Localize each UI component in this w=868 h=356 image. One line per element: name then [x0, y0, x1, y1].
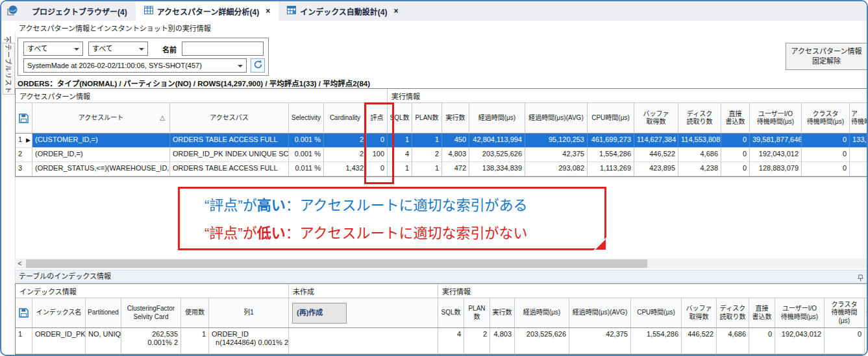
cell[interactable]: 1 — [412, 162, 442, 176]
column-header[interactable]: CPU時間(μs) — [588, 103, 634, 134]
column-header[interactable]: Selectivity — [289, 103, 324, 134]
cell[interactable] — [289, 328, 438, 354]
cell[interactable] — [850, 148, 868, 162]
cell[interactable]: 461,699,273 — [588, 134, 634, 148]
cell[interactable]: 0 — [802, 134, 850, 148]
cell[interactable]: 0 — [825, 328, 865, 354]
cell[interactable]: 0.001 % — [289, 134, 324, 148]
column-header[interactable]: アクセスパス — [170, 103, 289, 134]
row-number[interactable]: 2 — [16, 148, 32, 162]
cell[interactable]: 203,525,626 — [515, 328, 569, 354]
cell[interactable]: 446,522 — [634, 148, 678, 162]
cell[interactable]: 1,113,269 — [588, 162, 634, 176]
column-header[interactable]: ユーザーI/O 待機時間(μs) — [775, 298, 825, 328]
snapshot-dropdown[interactable]: SystemMade at 2026-02-02/11:00:06, SYS-S… — [23, 58, 247, 73]
cell[interactable]: 2 — [324, 134, 367, 148]
table-row[interactable]: 1▶(CUSTOMER_ID,=)ORDERS TABLE ACCESS FUL… — [16, 134, 868, 148]
cell[interactable]: 0 — [802, 148, 850, 162]
column-header[interactable]: 経過時間(μs)(AVG) — [569, 298, 631, 328]
cell[interactable]: (ORDER_STATUS,<=)(WAREHOUSE_ID,=) — [32, 162, 170, 176]
cell[interactable]: 1 — [388, 162, 412, 176]
scroll-left-icon[interactable]: < — [15, 259, 25, 268]
cell[interactable]: ORDER_ID n(14244864) 0.001% 2 — [209, 328, 289, 354]
column-header[interactable]: 待 — [865, 298, 868, 328]
cell[interactable]: 4,238 — [678, 162, 721, 176]
cell[interactable]: 450 — [442, 134, 469, 148]
cell[interactable]: 0 — [802, 162, 850, 176]
cell[interactable]: 1 — [412, 134, 442, 148]
filter-dropdown-1[interactable]: すべて — [23, 42, 83, 56]
table-row[interactable]: 2(ORDER_ID,=)ORDER_ID_PK INDEX UNIQUE SC… — [16, 148, 868, 162]
cell[interactable]: 42,804,113,994 — [469, 134, 525, 148]
name-input[interactable] — [182, 42, 264, 56]
fix-release-button[interactable]: アクセスパターン情報 固定解除 — [786, 43, 867, 70]
cell[interactable]: 1,432 — [324, 162, 367, 176]
cell[interactable]: 0.001 % — [289, 148, 324, 162]
cell[interactable]: 1,554,286 — [631, 328, 682, 354]
cell[interactable]: ORDERS TABLE ACCESS FULL — [170, 134, 289, 148]
cell[interactable]: (CUSTOMER_ID,=) — [32, 134, 170, 148]
cell[interactable]: 4,803 — [490, 328, 515, 354]
cell[interactable]: 0 — [749, 328, 775, 354]
row-number[interactable]: 1▶ — [16, 134, 32, 148]
cell[interactable]: NO, UNIQ — [86, 328, 121, 354]
cell[interactable]: 203,525,626 — [469, 148, 525, 162]
cell[interactable]: 1,554,286 — [588, 148, 634, 162]
refresh-button[interactable] — [251, 58, 265, 73]
column-header[interactable]: Partitioned — [86, 298, 121, 328]
column-header[interactable]: ディスク 読取り数 — [717, 298, 749, 328]
column-header[interactable]: アクセスルート△ — [32, 103, 170, 134]
sidebar-tab-table-list[interactable]: テーブルリスト — [3, 43, 15, 95]
column-header[interactable]: Cardinality — [324, 103, 367, 134]
cell[interactable]: ORDER_ID_PK — [32, 328, 86, 354]
column-header[interactable]: 経過時間(μs) — [515, 298, 569, 328]
cell[interactable]: 100 — [367, 148, 388, 162]
row-number[interactable]: 3 — [16, 162, 32, 176]
column-header[interactable]: 経過時間(μs) — [469, 103, 525, 134]
filter-dropdown-2[interactable]: すべて — [88, 42, 148, 56]
column-header[interactable]: インデックス名 — [32, 298, 86, 328]
cell[interactable] — [865, 328, 868, 354]
cell[interactable]: 192,043,012 — [750, 148, 802, 162]
cell[interactable]: 133, — [850, 134, 868, 148]
column-header[interactable]: クラスタ 待機時間(μs) — [802, 103, 850, 134]
cell[interactable]: 423,895 — [634, 162, 678, 176]
column-header[interactable]: バッファ 取得数 — [682, 298, 717, 328]
tab-access-pattern-analysis[interactable]: アクセスパターン詳細分析(4) × — [136, 1, 279, 21]
column-header[interactable]: クラスタ 待機時間(μs) — [825, 298, 865, 328]
cell[interactable]: 114,627,384 — [634, 134, 678, 148]
column-header[interactable]: SQL数 — [388, 103, 412, 134]
recreate-button[interactable]: (再)作成 — [292, 303, 347, 324]
cell[interactable]: 4,686 — [678, 148, 721, 162]
column-header[interactable]: ア 待機時 — [850, 103, 868, 134]
column-header[interactable]: 評点 — [367, 103, 388, 134]
column-header[interactable]: 経過時間(μs)(AVG) — [525, 103, 588, 134]
row-number[interactable]: 1 — [16, 328, 32, 354]
cell[interactable]: 0 — [721, 134, 750, 148]
column-header[interactable]: ユーザーI/O 待機時間(μs) — [750, 103, 802, 134]
save-icon[interactable] — [16, 103, 32, 134]
cell[interactable]: ORDER_ID_PK INDEX UNIQUE SCAN — [170, 148, 289, 162]
cell[interactable]: 1 — [388, 134, 412, 148]
cell[interactable]: 4 — [388, 148, 412, 162]
horizontal-scrollbar[interactable]: < — [15, 259, 868, 268]
cell[interactable] — [850, 162, 868, 176]
column-header[interactable]: PLAN数 — [464, 298, 490, 328]
cell[interactable]: 4 — [438, 328, 464, 354]
column-header[interactable]: CPU時間(μs) — [631, 298, 682, 328]
cell[interactable]: 0 — [367, 134, 388, 148]
column-header[interactable]: ClusteringFactor Selvity Card — [121, 298, 181, 328]
column-header[interactable]: 列1 — [209, 298, 289, 328]
cell[interactable]: 4,686 — [717, 328, 749, 354]
cell[interactable]: 95,120,253 — [525, 134, 588, 148]
cell[interactable]: 293,082 — [525, 162, 588, 176]
column-header[interactable]: 使用数 — [181, 298, 209, 328]
table-row[interactable]: 3(ORDER_STATUS,<=)(WAREHOUSE_ID,=)ORDERS… — [16, 162, 868, 176]
scrollbar-thumb[interactable] — [26, 259, 647, 268]
cell[interactable]: 2 — [324, 148, 367, 162]
cell[interactable]: 446,522 — [682, 328, 717, 354]
cell[interactable]: 472 — [442, 162, 469, 176]
tab-index-auto-design[interactable]: インデックス自動設計(4) × — [279, 1, 406, 21]
cell[interactable]: 262,535 0.001% 2 — [121, 328, 181, 354]
column-header[interactable]: PLAN数 — [412, 103, 442, 134]
